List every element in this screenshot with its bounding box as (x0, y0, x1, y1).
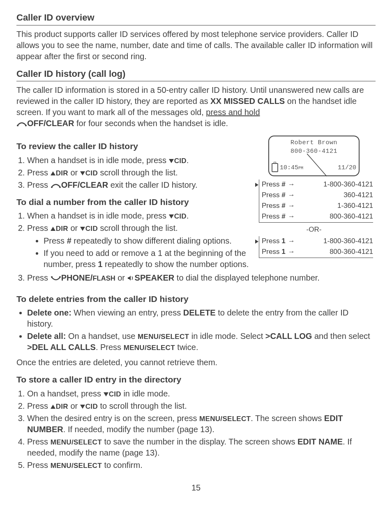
list-item: Press MENU/SELECT to confirm. (27, 460, 376, 471)
svg-point-6 (59, 276, 60, 278)
steps-store: On a handset, press CID in idle mode. Pr… (16, 388, 376, 471)
one-dialing-cycle: Press 1→1-800-360-4121 Press 1→800-360-4… (255, 236, 373, 258)
lcd-screen: Robert Brown 800-360-4121 10:45PM 11/20 (268, 136, 360, 176)
list-item: When the desired entry is on the screen,… (27, 413, 376, 435)
heading-caller-id-overview: Caller ID overview (16, 12, 376, 25)
para-overview: This product supports caller ID services… (16, 29, 376, 62)
list-item: Press PHONE/FLASH or SPEAKER to dial the… (27, 272, 376, 283)
subhead-delete: To delete entries from the caller ID his… (16, 293, 376, 305)
or-label: -OR- (252, 225, 376, 235)
svg-point-5 (51, 276, 52, 278)
list-delete: Delete one: When viewing an entry, press… (16, 307, 376, 353)
svg-point-3 (51, 187, 52, 188)
battery-icon (272, 163, 278, 172)
lcd-time: 10:45PM (280, 164, 303, 172)
list-item: On a handset, press CID in idle mode. (27, 388, 376, 399)
svg-line-2 (307, 154, 327, 176)
list-item: Delete one: When viewing an entry, press… (27, 307, 376, 329)
svg-point-4 (59, 187, 60, 188)
svg-point-0 (17, 125, 18, 127)
list-item: Press MENU/SELECT to save the number in … (27, 436, 376, 458)
svg-point-1 (25, 125, 27, 127)
speaker-icon (127, 275, 135, 281)
leader-line-icon (307, 154, 332, 178)
list-item: Delete all: On a handset, use MENU/SELEC… (27, 331, 376, 353)
lcd-date: 11/20 (338, 164, 356, 172)
hash-dialing-cycle: Press #→1-800-360-4121 Press #→360-4121 … (255, 180, 373, 223)
list-item: Press DIR or CID to scroll through the l… (27, 401, 376, 412)
hook-off-icon (51, 183, 61, 188)
hook-on-icon (51, 276, 61, 281)
hook-off-icon (16, 122, 27, 127)
para-delete-note: Once the entries are deleted, you cannot… (16, 357, 376, 368)
sidebar-dialing-example: Robert Brown 800-360-4121 10:45PM 11/20 … (252, 136, 376, 258)
page-number: 15 (16, 482, 376, 493)
subhead-store: To store a caller ID entry in the direct… (16, 374, 376, 385)
heading-caller-id-history: Caller ID history (call log) (16, 68, 376, 82)
para-history: The caller ID information is stored in a… (16, 85, 376, 129)
lcd-caller-name: Robert Brown (272, 139, 356, 147)
